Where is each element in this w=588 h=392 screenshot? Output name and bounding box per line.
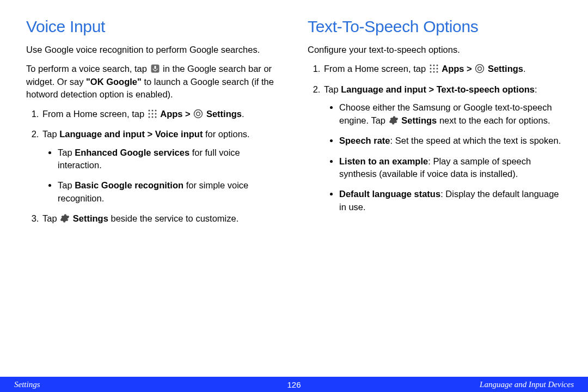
- svg-point-17: [148, 109, 150, 111]
- list-item: Tap Settings beside the service to custo…: [41, 212, 285, 225]
- text-bold: Default language status: [339, 189, 440, 199]
- svg-point-30: [436, 65, 438, 66]
- text-bold: Enhanced Google services: [75, 148, 189, 157]
- svg-point-37: [476, 65, 484, 73]
- ordered-list: From a Home screen, tap Apps > Settings.…: [26, 108, 285, 225]
- list-item: Default language status: Display the def…: [339, 188, 566, 213]
- svg-point-23: [148, 116, 150, 118]
- text: Tap: [42, 129, 59, 139]
- svg-point-22: [155, 113, 156, 114]
- list-item: Tap Basic Google recognition for simple …: [58, 179, 285, 205]
- list-item: Listen to an example: Play a sample of s…: [339, 155, 566, 181]
- svg-point-28: [430, 65, 431, 66]
- list-item: Tap Enhanced Google services for full vo…: [58, 146, 285, 172]
- ordered-list: From a Home screen, tap Apps > Settings.…: [308, 63, 566, 213]
- svg-point-26: [194, 109, 203, 118]
- list-item: From a Home screen, tap Apps > Settings.: [41, 108, 285, 120]
- text-bold: "OK Google": [86, 77, 142, 87]
- footer-left: Settings: [14, 380, 40, 389]
- svg-point-21: [151, 113, 153, 114]
- paragraph: To perform a voice search, tap in the Go…: [26, 63, 285, 101]
- text-bold: Language and input > Text-to-speech opti…: [341, 84, 535, 94]
- text-bold: Speech rate: [339, 136, 390, 145]
- text-bold: Apps >: [442, 64, 474, 74]
- paragraph: Use Google voice recognition to perform …: [26, 44, 285, 56]
- footer-right: Language and Input Devices: [480, 380, 574, 389]
- bullet-list: Choose either the Samsung or Google text…: [324, 101, 566, 213]
- right-column: Text-To-Speech Options Configure your te…: [308, 17, 566, 376]
- text: Tap: [324, 84, 341, 94]
- svg-rect-16: [155, 70, 155, 71]
- svg-point-29: [433, 65, 434, 66]
- svg-point-18: [151, 109, 153, 111]
- text: From a Home screen, tap: [42, 109, 147, 119]
- text: : Set the speed at which the text is spo…: [390, 136, 561, 145]
- list-item: Choose either the Samsung or Google text…: [339, 101, 566, 127]
- settings-circle-icon: [475, 64, 485, 74]
- text: From a Home screen, tap: [324, 64, 428, 74]
- text: Tap: [58, 148, 75, 157]
- text-bold: Settings: [488, 64, 523, 74]
- svg-point-35: [433, 71, 434, 73]
- svg-point-34: [430, 71, 431, 73]
- svg-point-20: [148, 113, 150, 114]
- svg-point-27: [197, 112, 200, 115]
- svg-point-31: [430, 68, 431, 70]
- apps-grid-icon: [429, 64, 439, 74]
- text: Tap: [42, 213, 59, 223]
- content-columns: Voice Input Use Google voice recognition…: [0, 0, 588, 376]
- svg-rect-15: [154, 66, 156, 69]
- list-item: From a Home screen, tap Apps > Settings.: [323, 63, 566, 75]
- text-bold: Basic Google recognition: [75, 180, 183, 190]
- gear-icon: [60, 213, 70, 223]
- text: next to the each for options.: [437, 115, 550, 125]
- list-item: Tap Language and input > Voice input for…: [41, 128, 285, 205]
- text: .: [242, 109, 244, 119]
- left-column: Voice Input Use Google voice recognition…: [26, 17, 285, 376]
- text: beside the service to customize.: [108, 213, 238, 223]
- list-item: Speech rate: Set the speed at which the …: [339, 134, 566, 147]
- svg-point-36: [436, 71, 438, 73]
- svg-point-32: [433, 68, 434, 70]
- text-bold: Apps >: [160, 109, 193, 119]
- bullet-list: Tap Enhanced Google services for full vo…: [42, 146, 285, 205]
- svg-point-19: [155, 109, 156, 111]
- heading-tts-options: Text-To-Speech Options: [308, 17, 566, 36]
- gear-icon: [389, 115, 399, 125]
- text-bold: Language and input > Voice input: [59, 129, 203, 139]
- page-footer: Settings 126 Language and Input Devices: [0, 377, 588, 392]
- svg-point-38: [478, 67, 482, 71]
- text: for options.: [203, 129, 249, 139]
- text-bold: Settings: [73, 213, 108, 223]
- text-bold: Listen to an example: [339, 156, 428, 166]
- svg-point-25: [155, 116, 156, 118]
- apps-grid-icon: [148, 109, 157, 119]
- text: :: [535, 84, 537, 94]
- svg-point-24: [151, 116, 153, 118]
- text-bold: Settings: [206, 109, 242, 119]
- text: To perform a voice search, tap: [26, 64, 150, 74]
- text-bold: Settings: [401, 115, 437, 125]
- text: .: [523, 64, 526, 74]
- heading-voice-input: Voice Input: [26, 17, 285, 36]
- svg-point-33: [436, 68, 438, 70]
- settings-circle-icon: [193, 109, 203, 119]
- list-item: Tap Language and input > Text-to-speech …: [323, 83, 566, 213]
- paragraph: Configure your text-to-speech options.: [308, 44, 566, 56]
- text: Tap: [58, 180, 75, 190]
- manual-page: Voice Input Use Google voice recognition…: [0, 0, 588, 392]
- mic-icon: [150, 64, 160, 74]
